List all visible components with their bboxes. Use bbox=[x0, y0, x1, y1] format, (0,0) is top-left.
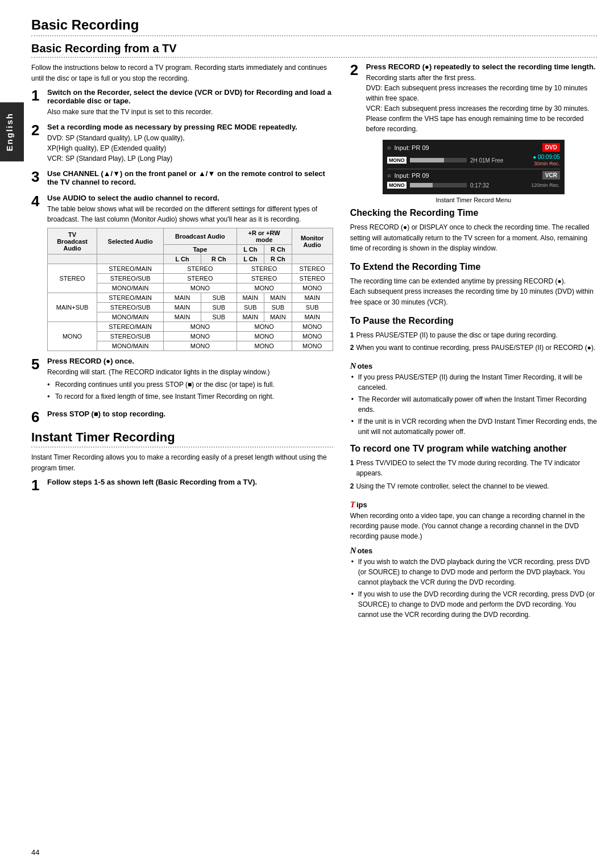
table-header-empty2 bbox=[97, 254, 164, 264]
audio-table: TVBroadcastAudio Selected Audio Broadcas… bbox=[47, 228, 333, 351]
table-cell: STEREO bbox=[237, 274, 292, 283]
menu-dvd-progress-fill bbox=[410, 158, 444, 162]
step-3: 3 Use CHANNEL (▲/▼) on the front panel o… bbox=[31, 169, 333, 188]
table-cell: STEREO bbox=[292, 264, 333, 274]
wwr-step-2-text: Using the TV remote controller, select t… bbox=[356, 481, 549, 492]
menu-vcr-left: ○ Input: PR 09 bbox=[387, 172, 429, 179]
table-cell: MONO/MAIN bbox=[97, 283, 164, 293]
sidebar-label: English bbox=[0, 102, 24, 161]
table-header-broadcast: Broadcast Audio bbox=[164, 228, 237, 245]
table-cell: STEREO/SUB bbox=[97, 303, 164, 312]
table-cell: STEREO bbox=[164, 274, 237, 283]
table-cell: STEREO/MAIN bbox=[97, 293, 164, 303]
instant-timer-title: Instant Timer Recording bbox=[31, 430, 333, 448]
table-cell: MAIN bbox=[164, 312, 201, 322]
step-3-title: Use CHANNEL (▲/▼) on the front panel or … bbox=[47, 169, 333, 186]
table-cell: SUB bbox=[292, 303, 333, 312]
main-title: Basic Recording bbox=[31, 17, 597, 36]
table-cell: MAIN bbox=[237, 293, 264, 303]
wwr-step-1-text: Press TV/VIDEO to select the TV mode dur… bbox=[356, 458, 597, 479]
table-cell: MONO bbox=[164, 322, 237, 332]
right-column: 2 Press RECORD (●) repeatedly to select … bbox=[350, 62, 597, 621]
menu-dvd-counter: ● 00:09:05 bbox=[533, 154, 560, 160]
menu-box-container: ○ Input: PR 09 DVD MONO 2H 01 bbox=[350, 140, 597, 203]
menu-caption: Instant Timer Record Menu bbox=[436, 197, 512, 203]
table-cell: STEREO/SUB bbox=[97, 274, 164, 283]
step-5-body: Recording will start. (The RECORD indica… bbox=[47, 367, 333, 377]
table-cell: MAIN bbox=[292, 293, 333, 303]
table-cell: MONO bbox=[237, 283, 292, 293]
menu-dvd-progress-bar bbox=[410, 158, 467, 162]
table-header-empty bbox=[48, 254, 97, 264]
tips-text: When recording onto a video tape, you ca… bbox=[350, 511, 597, 541]
notes-header-bottom: N otes bbox=[350, 546, 597, 556]
extend-title: To Extend the Recording Time bbox=[350, 262, 597, 273]
menu-dvd-left: ○ Input: PR 09 bbox=[387, 144, 429, 151]
wwr-step-1: 1 Press TV/VIDEO to select the TV mode d… bbox=[350, 458, 597, 479]
notes-item: The Recorder will automatically power of… bbox=[350, 394, 597, 415]
table-cell: STEREO bbox=[164, 264, 237, 274]
table-row: MONO STEREO/MAIN MONO MONO MONO bbox=[48, 322, 333, 332]
instant-timer-intro: Instant Timer Recording allows you to ma… bbox=[31, 452, 333, 473]
menu-vcr-progress-bar bbox=[410, 183, 467, 187]
notes-box-right: N otes If you press PAUSE/STEP (II) duri… bbox=[350, 361, 597, 437]
table-cell: MONO/MAIN bbox=[97, 341, 164, 351]
bullet-item: Recording continues until you press STOP… bbox=[47, 379, 333, 390]
table-cell: SUB bbox=[201, 303, 237, 312]
table-header-selected: Selected Audio bbox=[97, 228, 164, 254]
menu-vcr-input-label: Input: PR 09 bbox=[395, 172, 429, 179]
table-cell-mainsub: MAIN+SUB bbox=[48, 293, 97, 322]
table-header-monitor: MonitorAudio bbox=[292, 228, 333, 254]
intro-text: Follow the instructions below to record … bbox=[31, 62, 333, 84]
table-cell: MAIN bbox=[264, 312, 292, 322]
table-cell: SUB bbox=[201, 312, 237, 322]
step-6-title: Press STOP (■) to stop recording. bbox=[47, 410, 333, 418]
checking-section: Checking the Recording Time Press RECORD… bbox=[350, 208, 597, 254]
step-6-number: 6 bbox=[31, 410, 44, 424]
table-cell: SUB bbox=[201, 293, 237, 303]
wwr-step-2-num: 2 bbox=[350, 481, 354, 492]
step-1: 1 Switch on the Recorder, select the dev… bbox=[31, 88, 333, 117]
notes-label: otes bbox=[358, 362, 373, 370]
table-cell-mono: MONO bbox=[48, 322, 97, 351]
table-cell: STEREO/MAIN bbox=[97, 264, 164, 274]
table-header-rch3: R Ch bbox=[264, 254, 292, 264]
right-step-2-dvd: DVD: Each subsequent press increases the… bbox=[366, 84, 588, 102]
step-5: 5 Press RECORD (●) once. Recording will … bbox=[31, 357, 333, 404]
pause-step-1-text: Press PAUSE/STEP (II) to pause the disc … bbox=[356, 330, 557, 341]
instant-step-1: 1 Follow steps 1-5 as shown left (Basic … bbox=[31, 478, 333, 493]
pause-section: To Pause the Recording 1 Press PAUSE/STE… bbox=[350, 316, 597, 353]
pause-title: To Pause the Recording bbox=[350, 316, 597, 327]
step-2-content: Set a recording mode as necessary by pre… bbox=[47, 123, 333, 164]
step-3-content: Use CHANNEL (▲/▼) on the front panel or … bbox=[47, 169, 333, 188]
table-cell: MONO bbox=[164, 341, 237, 351]
table-cell: MONO bbox=[237, 322, 292, 332]
section-title-basic-recording: Basic Recording from a TV bbox=[31, 42, 597, 58]
table-cell: MAIN bbox=[292, 312, 333, 322]
table-cell: MONO bbox=[237, 332, 292, 341]
checking-title: Checking the Recording Time bbox=[350, 208, 597, 219]
right-step-2-vcr: VCR: Each subsequent press increases the… bbox=[366, 105, 590, 133]
step-1-title: Switch on the Recorder, select the devic… bbox=[47, 88, 333, 105]
table-header-tv: TVBroadcastAudio bbox=[48, 228, 97, 254]
left-column: Follow the instructions below to record … bbox=[31, 62, 333, 621]
notes-item-bottom: If you wish to use the DVD recording dur… bbox=[350, 589, 597, 620]
table-cell: STEREO bbox=[237, 264, 292, 274]
menu-vcr-row: ○ Input: PR 09 VCR bbox=[387, 171, 560, 180]
checking-body: Press RECORD (●) or DISPLAY once to chec… bbox=[350, 222, 597, 254]
table-cell: STEREO/MAIN bbox=[97, 322, 164, 332]
notes-box-bottom: N otes If you wish to watch the DVD play… bbox=[350, 546, 597, 620]
menu-dvd-row: ○ Input: PR 09 DVD bbox=[387, 143, 560, 152]
instant-step-1-content: Follow steps 1-5 as shown left (Basic Re… bbox=[47, 478, 333, 488]
table-cell: MONO bbox=[292, 283, 333, 293]
step-5-title: Press RECORD (●) once. bbox=[47, 357, 333, 365]
notes-header-right: N otes bbox=[350, 361, 597, 371]
table-cell: STEREO bbox=[292, 274, 333, 283]
table-header-lch2: L Ch bbox=[164, 254, 201, 264]
table-cell: MONO bbox=[292, 341, 333, 351]
table-row: STEREO STEREO/MAIN STEREO STEREO STEREO bbox=[48, 264, 333, 274]
two-column-layout: Follow the instructions below to record … bbox=[31, 62, 597, 621]
instant-timer-menu-box: ○ Input: PR 09 DVD MONO 2H 01 bbox=[383, 140, 565, 194]
page-number: 44 bbox=[31, 848, 39, 857]
menu-dvd-input-label: Input: PR 09 bbox=[395, 144, 429, 151]
